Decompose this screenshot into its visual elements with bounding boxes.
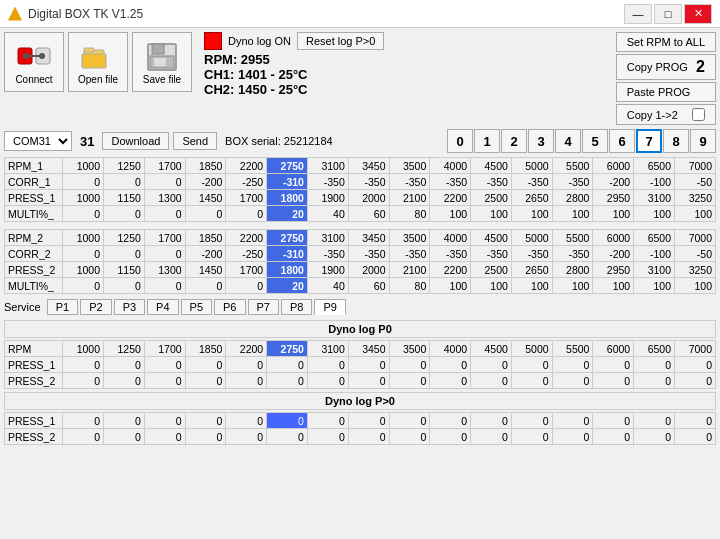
table-cell[interactable]: 100 bbox=[593, 206, 634, 222]
table-cell[interactable]: 20 bbox=[267, 206, 308, 222]
table-cell[interactable]: 0 bbox=[104, 174, 145, 190]
table-cell[interactable]: 0 bbox=[307, 429, 348, 445]
table-cell[interactable]: 0 bbox=[144, 413, 185, 429]
table-cell[interactable]: 100 bbox=[552, 278, 593, 294]
table-cell[interactable]: 2200 bbox=[226, 158, 267, 174]
table-cell[interactable]: 3500 bbox=[389, 158, 430, 174]
table-cell[interactable]: 0 bbox=[674, 357, 715, 373]
table-cell[interactable]: 40 bbox=[307, 206, 348, 222]
table-cell[interactable]: 0 bbox=[267, 413, 308, 429]
save-file-button[interactable]: Save file bbox=[132, 32, 192, 92]
table-cell[interactable]: 0 bbox=[389, 429, 430, 445]
set-rpm-all-button[interactable]: Set RPM to ALL bbox=[616, 32, 716, 52]
table-cell[interactable]: 0 bbox=[593, 373, 634, 389]
table-cell[interactable]: 1800 bbox=[267, 262, 308, 278]
table-cell[interactable]: 0 bbox=[471, 413, 512, 429]
reset-log-button[interactable]: Reset log P>0 bbox=[297, 32, 384, 50]
service-tab-p1[interactable]: P1 bbox=[47, 299, 78, 315]
service-tab-p7[interactable]: P7 bbox=[248, 299, 279, 315]
table-cell[interactable]: 0 bbox=[226, 278, 267, 294]
table-cell[interactable]: -350 bbox=[471, 174, 512, 190]
service-tab-p4[interactable]: P4 bbox=[147, 299, 178, 315]
table-cell[interactable]: 0 bbox=[634, 429, 675, 445]
table-cell[interactable]: 6500 bbox=[634, 230, 675, 246]
table-cell[interactable]: -200 bbox=[185, 246, 226, 262]
num-tab-0[interactable]: 0 bbox=[447, 129, 473, 153]
table-cell[interactable]: 100 bbox=[511, 206, 552, 222]
table-cell[interactable]: 5000 bbox=[511, 230, 552, 246]
table-cell[interactable]: -350 bbox=[511, 174, 552, 190]
table-cell[interactable]: 3100 bbox=[634, 190, 675, 206]
table-cell[interactable]: 0 bbox=[511, 373, 552, 389]
table-cell[interactable]: -350 bbox=[552, 174, 593, 190]
maximize-button[interactable]: □ bbox=[654, 4, 682, 24]
table-cell[interactable]: 2000 bbox=[348, 262, 389, 278]
table-cell[interactable]: 2950 bbox=[593, 262, 634, 278]
table-cell[interactable]: -100 bbox=[634, 174, 675, 190]
table-cell[interactable]: 0 bbox=[226, 429, 267, 445]
table-cell[interactable]: 0 bbox=[104, 429, 145, 445]
table-cell[interactable]: 0 bbox=[389, 357, 430, 373]
close-button[interactable]: ✕ bbox=[684, 4, 712, 24]
table-cell[interactable]: 2200 bbox=[226, 341, 267, 357]
table-cell[interactable]: 0 bbox=[63, 373, 104, 389]
table-cell[interactable]: 0 bbox=[593, 413, 634, 429]
table-cell[interactable]: -350 bbox=[471, 246, 512, 262]
table-cell[interactable]: 1700 bbox=[144, 158, 185, 174]
table-cell[interactable]: 1000 bbox=[63, 230, 104, 246]
table-cell[interactable]: 0 bbox=[389, 373, 430, 389]
table-cell[interactable]: 2500 bbox=[471, 190, 512, 206]
table-cell[interactable]: 0 bbox=[144, 206, 185, 222]
table-cell[interactable]: 40 bbox=[307, 278, 348, 294]
download-button[interactable]: Download bbox=[102, 132, 169, 150]
table-cell[interactable]: 0 bbox=[552, 413, 593, 429]
table-cell[interactable]: 2200 bbox=[430, 190, 471, 206]
table-cell[interactable]: -200 bbox=[593, 246, 634, 262]
table-cell[interactable]: 100 bbox=[674, 278, 715, 294]
table-cell[interactable]: -250 bbox=[226, 246, 267, 262]
table-cell[interactable]: 0 bbox=[226, 373, 267, 389]
table-cell[interactable]: 0 bbox=[63, 206, 104, 222]
table-cell[interactable]: 3500 bbox=[389, 341, 430, 357]
table-cell[interactable]: 0 bbox=[593, 429, 634, 445]
table-cell[interactable]: 2800 bbox=[552, 262, 593, 278]
table-cell[interactable]: 0 bbox=[552, 357, 593, 373]
table-cell[interactable]: 2000 bbox=[348, 190, 389, 206]
table-cell[interactable]: 1850 bbox=[185, 230, 226, 246]
table-cell[interactable]: 7000 bbox=[674, 230, 715, 246]
table-cell[interactable]: 0 bbox=[144, 357, 185, 373]
table-cell[interactable]: 1900 bbox=[307, 190, 348, 206]
table-cell[interactable]: 0 bbox=[104, 357, 145, 373]
table-cell[interactable]: 100 bbox=[430, 206, 471, 222]
table-cell[interactable]: -50 bbox=[674, 246, 715, 262]
copy-prog-button[interactable]: Copy PROG 2 bbox=[616, 54, 716, 80]
table-cell[interactable]: 2750 bbox=[267, 341, 308, 357]
table-cell[interactable]: 0 bbox=[104, 413, 145, 429]
table-cell[interactable]: 0 bbox=[267, 357, 308, 373]
table-cell[interactable]: -350 bbox=[430, 174, 471, 190]
num-tab-5[interactable]: 5 bbox=[582, 129, 608, 153]
table-cell[interactable]: -350 bbox=[348, 174, 389, 190]
table-cell[interactable]: -250 bbox=[226, 174, 267, 190]
service-tab-p3[interactable]: P3 bbox=[114, 299, 145, 315]
table-cell[interactable]: -350 bbox=[552, 246, 593, 262]
table-cell[interactable]: 3250 bbox=[674, 190, 715, 206]
table-cell[interactable]: 1250 bbox=[104, 158, 145, 174]
table-cell[interactable]: 1150 bbox=[104, 262, 145, 278]
table-cell[interactable]: 5500 bbox=[552, 341, 593, 357]
table-cell[interactable]: 0 bbox=[389, 413, 430, 429]
table-cell[interactable]: 1250 bbox=[104, 230, 145, 246]
table-cell[interactable]: 100 bbox=[552, 206, 593, 222]
table-cell[interactable]: 5500 bbox=[552, 230, 593, 246]
table-cell[interactable]: -200 bbox=[185, 174, 226, 190]
table-cell[interactable]: 7000 bbox=[674, 158, 715, 174]
table-cell[interactable]: 0 bbox=[185, 429, 226, 445]
table-cell[interactable]: 2200 bbox=[226, 230, 267, 246]
table-cell[interactable]: 0 bbox=[104, 373, 145, 389]
table-cell[interactable]: 1000 bbox=[63, 158, 104, 174]
table-cell[interactable]: 0 bbox=[511, 429, 552, 445]
table-cell[interactable]: 100 bbox=[674, 206, 715, 222]
table-cell[interactable]: 80 bbox=[389, 278, 430, 294]
table-cell[interactable]: 0 bbox=[185, 206, 226, 222]
table-cell[interactable]: 1850 bbox=[185, 341, 226, 357]
